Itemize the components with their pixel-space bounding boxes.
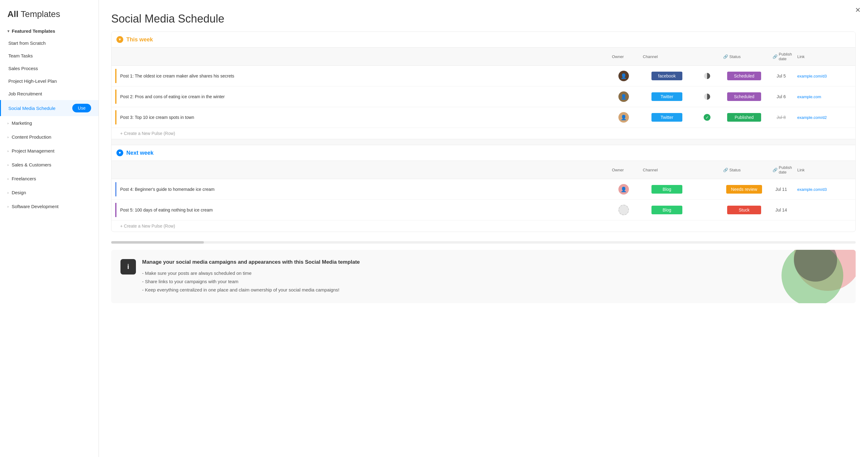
info-section: i Manage your social media campaigns and… bbox=[111, 250, 856, 303]
avatar: 👤 bbox=[618, 112, 629, 123]
sidebar-item-team-tasks[interactable]: Team Tasks bbox=[0, 50, 98, 62]
info-content: Manage your social media campaigns and a… bbox=[142, 259, 846, 294]
channel-tag: facebook bbox=[651, 72, 682, 80]
sidebar-category-content-production[interactable]: › Content Production bbox=[0, 130, 98, 144]
channel-cell: Blog bbox=[639, 184, 695, 195]
half-circle-icon bbox=[704, 72, 710, 79]
link-cell[interactable]: example.com/d2 bbox=[794, 114, 855, 121]
chevron-right-icon: › bbox=[7, 205, 9, 208]
featured-templates-header[interactable]: ▾ Featured Templates bbox=[0, 25, 98, 37]
sidebar-item-social-media[interactable]: Social Media Schedule Use bbox=[0, 100, 98, 116]
table-row: Post 4: Beginner's guide to homemade ice… bbox=[112, 179, 855, 200]
channel-tag: Blog bbox=[651, 206, 682, 214]
group-divider bbox=[112, 139, 855, 145]
link-cell[interactable]: example.com/d3 bbox=[794, 72, 855, 80]
channel-cell: facebook bbox=[639, 70, 695, 81]
sidebar-title: All Templates bbox=[0, 6, 98, 25]
sidebar-title-rest: Templates bbox=[19, 9, 60, 19]
use-button[interactable]: Use bbox=[72, 104, 91, 112]
row-name: Post 2: Pros and cons of eating ice crea… bbox=[112, 87, 608, 107]
status-cell: Published bbox=[719, 112, 769, 123]
scroll-indicator[interactable] bbox=[111, 241, 856, 243]
chevron-right-icon: › bbox=[7, 191, 9, 195]
col-link: Link bbox=[794, 163, 855, 176]
col-owner: Owner bbox=[608, 50, 639, 63]
sidebar-category-project-management[interactable]: › Project Management bbox=[0, 144, 98, 158]
col-owner: Owner bbox=[608, 163, 639, 176]
date-cell: Jul 6 bbox=[769, 93, 794, 100]
row-name: Post 4: Beginner's guide to homemade ice… bbox=[112, 179, 608, 199]
group-next-week-header[interactable]: ▼ Next week bbox=[112, 145, 855, 161]
status-tag: Stuck bbox=[727, 206, 761, 214]
chevron-right-icon: › bbox=[7, 177, 9, 181]
link-cell[interactable]: example.com/d3 bbox=[794, 186, 855, 193]
row-name: Post 3: Top 10 ice cream spots in town bbox=[112, 107, 608, 128]
row-name: Post 1: The oldest ice cream maker alive… bbox=[112, 66, 608, 86]
create-row-week2[interactable]: + Create a New Pulse (Row) bbox=[112, 221, 855, 232]
page-title: Social Media Schedule bbox=[99, 0, 868, 32]
status-cell: Needs review bbox=[719, 184, 769, 195]
create-row-week1[interactable]: + Create a New Pulse (Row) bbox=[112, 128, 855, 139]
check-circle-icon: ✓ bbox=[704, 114, 710, 121]
table-row: Post 2: Pros and cons of eating ice crea… bbox=[112, 87, 855, 107]
sidebar-item-sales-process[interactable]: Sales Process bbox=[0, 62, 98, 75]
group-this-week-title: This week bbox=[126, 36, 153, 43]
sidebar-item-project-plan[interactable]: Project High-Level Plan bbox=[0, 75, 98, 87]
col-channel: Channel bbox=[639, 163, 695, 176]
status-cell: Scheduled bbox=[719, 91, 769, 102]
info-bullet-3: - Keep everything centralized in one pla… bbox=[142, 286, 846, 294]
chevron-down-icon: ▾ bbox=[7, 29, 9, 33]
link-cell[interactable] bbox=[794, 209, 855, 211]
status-tag: Needs review bbox=[726, 185, 762, 194]
main-content: ✕ Social Media Schedule ▼ This week Owne… bbox=[99, 0, 868, 457]
sidebar-category-freelancers[interactable]: › Freelancers bbox=[0, 172, 98, 186]
link-cell[interactable]: example.com bbox=[794, 93, 855, 100]
chevron-right-icon: › bbox=[7, 121, 9, 125]
col-name bbox=[112, 163, 608, 176]
group-next-week-title: Next week bbox=[126, 150, 154, 156]
status-cell: Stuck bbox=[719, 204, 769, 216]
owner-cell: 👤 bbox=[608, 111, 639, 124]
channel-cell: Twitter bbox=[639, 112, 695, 123]
channel-tag: Twitter bbox=[651, 113, 682, 122]
sidebar-category-sales-customers[interactable]: › Sales & Customers bbox=[0, 158, 98, 172]
chevron-right-icon: › bbox=[7, 149, 9, 153]
scroll-bar bbox=[111, 241, 204, 243]
status-indicator-cell: ✓ bbox=[695, 113, 719, 122]
half-circle-icon bbox=[704, 93, 710, 100]
date-cell: Jul 8 bbox=[769, 113, 794, 121]
date-cell: Jul 5 bbox=[769, 72, 794, 80]
info-bullet-1: - Make sure your posts are always schedu… bbox=[142, 269, 846, 277]
col-status: 🔗 Status bbox=[719, 50, 769, 63]
column-headers-week1: Owner Channel 🔗 Status 🔗 Publish date Li… bbox=[112, 47, 855, 66]
channel-cell: Twitter bbox=[639, 91, 695, 102]
date-cell: Jul 14 bbox=[769, 206, 794, 214]
sidebar-category-design[interactable]: › Design bbox=[0, 186, 98, 199]
group-this-week-header[interactable]: ▼ This week bbox=[112, 32, 855, 47]
sidebar-item-job-recruitment[interactable]: Job Recruitment bbox=[0, 87, 98, 100]
owner-cell bbox=[608, 203, 639, 217]
row-bar bbox=[115, 69, 117, 83]
link-icon-date: 🔗 bbox=[773, 168, 777, 172]
table-row: Post 1: The oldest ice cream maker alive… bbox=[112, 66, 855, 87]
status-tag: Scheduled bbox=[727, 72, 761, 80]
close-button[interactable]: ✕ bbox=[855, 6, 861, 14]
link-icon-date: 🔗 bbox=[773, 54, 777, 59]
channel-cell: Blog bbox=[639, 204, 695, 216]
avatar: 👤 bbox=[618, 71, 629, 81]
row-bar bbox=[115, 90, 117, 104]
template-preview: ▼ This week Owner Channel 🔗 Status 🔗 Pub… bbox=[111, 32, 856, 232]
sidebar-item-start-scratch[interactable]: Start from Scratch bbox=[0, 37, 98, 50]
table-row: Post 5: 100 days of eating nothing but i… bbox=[112, 200, 855, 221]
info-bullet-2: - Share links to your campaigns with you… bbox=[142, 277, 846, 286]
status-indicator-cell bbox=[695, 92, 719, 101]
col-indicator bbox=[695, 163, 719, 176]
row-bar bbox=[115, 182, 117, 196]
sidebar: All Templates ▾ Featured Templates Start… bbox=[0, 0, 99, 457]
sidebar-category-software-dev[interactable]: › Software Development bbox=[0, 199, 98, 214]
col-name bbox=[112, 50, 608, 63]
avatar: 👤 bbox=[618, 184, 629, 195]
sidebar-category-marketing[interactable]: › Marketing bbox=[0, 116, 98, 130]
col-publish-date: 🔗 Publish date bbox=[769, 50, 794, 63]
status-indicator-cell bbox=[695, 71, 719, 80]
